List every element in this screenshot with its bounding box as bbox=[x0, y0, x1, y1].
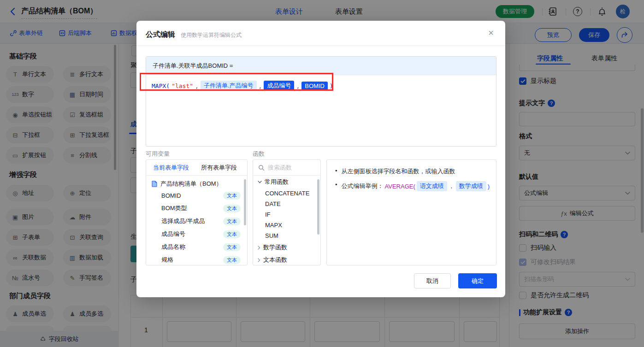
field-type-badge: 文本 bbox=[223, 192, 241, 200]
formula-field-chip[interactable]: 子件清单.产品编号 bbox=[201, 81, 257, 91]
variables-panel: 当前表单字段 所有表单字段 产品结构清单（BOM） BOMID文本 BOM类型文… bbox=[146, 159, 248, 265]
tab-current-form-fields[interactable]: 当前表单字段 bbox=[153, 164, 189, 172]
function-group-common[interactable]: 常用函数 bbox=[253, 176, 320, 188]
example-function-name: AVERAGE( bbox=[385, 183, 415, 190]
formula-editor-box[interactable]: 子件清单.关联半成品BOMID = MAPX("last", 子件清单.产品编号… bbox=[146, 56, 496, 147]
formula-editor-modal: 公式编辑 使用数学运算符编辑公式 × 子件清单.关联半成品BOMID = MAP… bbox=[136, 21, 505, 297]
formula-string-arg: "last" bbox=[171, 82, 193, 89]
function-item[interactable]: DATE bbox=[253, 199, 320, 209]
formula-expression[interactable]: MAPX("last", 子件清单.产品编号 , 成品编号 , BOMID ) bbox=[146, 75, 496, 91]
field-type-badge: 文本 bbox=[223, 218, 241, 225]
functions-panel: 搜索函数 常用函数 CONCATENATE DATE IF MAPX SUM 数… bbox=[253, 159, 321, 265]
function-group-text[interactable]: 文本函数 bbox=[253, 253, 320, 265]
function-search[interactable]: 搜索函数 bbox=[253, 160, 320, 176]
field-type-badge: 文本 bbox=[223, 256, 241, 264]
formula-close-paren: ) bbox=[330, 82, 333, 89]
example-field-chip: 数学成绩 bbox=[456, 181, 486, 191]
variable-field-row[interactable]: 规格文本 bbox=[146, 253, 247, 265]
variables-tabs: 当前表单字段 所有表单字段 bbox=[146, 160, 247, 176]
close-icon[interactable]: × bbox=[488, 28, 494, 38]
divider bbox=[136, 46, 505, 46]
search-icon bbox=[258, 165, 265, 171]
formula-field-chip-selected[interactable]: 成品编号 bbox=[264, 81, 294, 91]
function-item[interactable]: MAPX bbox=[253, 220, 320, 230]
functions-label: 函数 bbox=[253, 150, 265, 158]
example-field-chip: 语文成绩 bbox=[417, 181, 447, 191]
function-item[interactable]: IF bbox=[253, 209, 320, 220]
cancel-button[interactable]: 取消 bbox=[414, 273, 451, 288]
function-group-math[interactable]: 数学函数 bbox=[253, 241, 320, 253]
variable-field-row[interactable]: 成品名称文本 bbox=[146, 241, 247, 253]
search-placeholder: 搜索函数 bbox=[268, 164, 292, 172]
variables-label: 可用变量 bbox=[146, 150, 170, 158]
variables-tree-root[interactable]: 产品结构清单（BOM） bbox=[146, 176, 247, 189]
chevron-right-icon bbox=[258, 258, 260, 262]
field-type-badge: 文本 bbox=[223, 205, 241, 212]
chevron-down-icon bbox=[258, 181, 262, 183]
chevron-right-icon bbox=[258, 246, 260, 250]
formula-target: 子件清单.关联半成品BOMID = bbox=[146, 57, 496, 75]
variable-field-row[interactable]: 选择成品/半成品文本 bbox=[146, 215, 247, 228]
tab-all-form-fields[interactable]: 所有表单字段 bbox=[201, 164, 237, 172]
document-icon bbox=[152, 181, 157, 187]
formula-function-open: MAPX( bbox=[152, 82, 170, 89]
field-type-badge: 文本 bbox=[223, 243, 241, 251]
function-item[interactable]: SUM bbox=[253, 230, 320, 241]
functions-scrollbar[interactable] bbox=[317, 179, 319, 235]
variable-field-row[interactable]: BOMID文本 bbox=[146, 189, 247, 202]
hint-line-1: 从左侧面板选择字段名和函数，或输入函数 bbox=[327, 167, 496, 176]
modal-title: 公式编辑 bbox=[146, 30, 175, 40]
function-item[interactable]: CONCATENATE bbox=[253, 188, 320, 199]
confirm-button[interactable]: 确定 bbox=[458, 273, 497, 288]
variable-field-row[interactable]: 成品编号文本 bbox=[146, 228, 247, 241]
app-root: 产品结构清单（BOM） 表单设计 表单设置 数据管理 ? 检 表单外链 bbox=[0, 0, 644, 347]
modal-subtitle: 使用数学运算符编辑公式 bbox=[181, 31, 242, 39]
hints-panel: 从左侧面板选择字段名和函数，或输入函数 公式编辑举例：AVERAGE( 语文成绩… bbox=[326, 159, 496, 265]
variables-scrollbar[interactable] bbox=[244, 179, 246, 225]
formula-field-chip-selected[interactable]: BOMID bbox=[301, 82, 328, 90]
hint-line-2: 公式编辑举例：AVERAGE( 语文成绩 ， 数学成绩 ) bbox=[327, 181, 496, 191]
variable-field-row[interactable]: BOM类型文本 bbox=[146, 202, 247, 215]
field-type-badge: 文本 bbox=[223, 230, 241, 238]
